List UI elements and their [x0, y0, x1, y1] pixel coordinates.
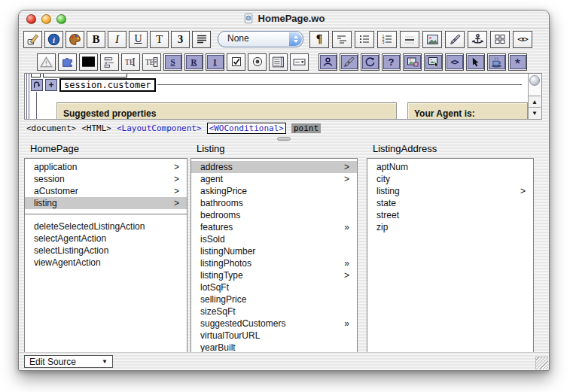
zoom-button[interactable] [56, 14, 66, 24]
text-button[interactable]: T [150, 31, 169, 48]
list-item[interactable]: zip [367, 221, 533, 233]
list-item[interactable]: yearBuilt [191, 342, 357, 353]
wo-conditional-button[interactable]: ? [382, 53, 401, 71]
italic-button[interactable]: I [108, 31, 126, 48]
warning-button[interactable] [37, 53, 56, 71]
numbered-list-button[interactable]: 123 [377, 31, 397, 48]
conditional-element-icon[interactable] [31, 79, 43, 91]
list-item[interactable]: listing> [25, 197, 187, 209]
minimize-button[interactable] [41, 14, 51, 24]
bottom-bar: Edit Source ▼ [19, 352, 549, 370]
list-item[interactable]: isSold [191, 233, 357, 245]
editor-vertical-scrollbar[interactable]: ▲ ▼ [528, 74, 541, 119]
wo-java-button[interactable] [487, 53, 506, 71]
wo-custom-button[interactable]: * [508, 53, 527, 71]
definition-list-button[interactable] [332, 31, 352, 48]
list-item[interactable]: virtualTourURL [191, 330, 357, 342]
image-button[interactable] [422, 31, 442, 48]
path-item[interactable]: <document> [26, 123, 76, 133]
alignment-button[interactable] [192, 31, 211, 48]
close-button[interactable] [26, 14, 36, 24]
list-item[interactable]: deleteSelectedListingAction [25, 220, 187, 232]
list-item[interactable]: agent> [191, 173, 357, 185]
anchor-button[interactable] [468, 31, 487, 48]
wo-hyperlink-button[interactable] [340, 53, 358, 71]
popup-menu-button[interactable] [290, 53, 309, 71]
inspector-button[interactable] [23, 31, 42, 48]
browser-list-button[interactable] [269, 53, 288, 71]
path-item[interactable]: <HTML> [81, 123, 111, 133]
component-layout-editor[interactable]: + session.customer Suggested properties … [24, 73, 542, 120]
wo-repetition-button[interactable] [361, 53, 379, 71]
wo-action-button[interactable] [466, 53, 485, 71]
submit-button-button[interactable]: S [163, 53, 182, 71]
list-item[interactable]: aptNum [367, 161, 533, 173]
list-item[interactable]: lotSqFt [191, 281, 357, 293]
browser-column: application>session>aCustomer>listing>de… [24, 158, 187, 353]
text-area-button[interactable]: TE [142, 53, 161, 71]
item-label: address [200, 162, 233, 172]
path-item[interactable]: <LayoutComponent> [117, 123, 202, 133]
hyperlink-button[interactable] [445, 31, 465, 48]
image-badge-icon [404, 55, 421, 69]
list-item[interactable]: askingPrice [191, 185, 357, 197]
pane-splitter[interactable] [19, 136, 549, 141]
heading-button[interactable]: 3 [171, 31, 190, 48]
list-item[interactable]: aCustomer> [25, 185, 187, 197]
wo-image-button[interactable] [403, 53, 422, 71]
path-item[interactable]: point [291, 123, 321, 133]
wo-active-image-button[interactable] [424, 53, 443, 71]
bold-button[interactable]: B [87, 31, 105, 48]
info-button[interactable]: i [44, 31, 63, 48]
table-cell-your-agent[interactable]: Your Agent is: [407, 102, 528, 120]
condition-binding-box[interactable]: session.customer [59, 78, 156, 92]
list-item[interactable]: application> [25, 161, 187, 173]
bulleted-list-button[interactable] [355, 31, 374, 48]
list-item[interactable]: state [367, 197, 533, 209]
scrollbar-thumb[interactable] [529, 75, 540, 86]
input-button-button[interactable]: I [206, 53, 224, 71]
edit-source-popup[interactable]: Edit Source ▼ [24, 355, 113, 368]
add-binding-button[interactable]: + [45, 79, 57, 91]
list-item[interactable]: listingNumber [191, 245, 357, 257]
list-item[interactable]: selectAgentAction [25, 232, 187, 245]
list-item[interactable]: address> [191, 161, 357, 173]
form-button[interactable] [100, 53, 119, 71]
text-field-button[interactable]: TE [121, 53, 140, 71]
checkbox-button[interactable] [227, 53, 245, 71]
swatch-button[interactable] [79, 53, 98, 71]
horizontal-rule-button[interactable] [400, 31, 419, 48]
wo-string-button[interactable] [319, 53, 337, 71]
list-item[interactable]: sizeSqFt [191, 305, 357, 318]
list-item[interactable]: features» [191, 221, 357, 233]
paragraph-style-popup[interactable]: None [218, 31, 303, 47]
path-item[interactable]: <WOConditional> [207, 123, 286, 134]
list-item[interactable]: session> [25, 173, 187, 185]
title-bar[interactable]: HomePage.wo [19, 11, 549, 29]
frames-button[interactable] [490, 31, 510, 48]
resize-grip[interactable] [535, 357, 548, 369]
component-button[interactable] [58, 53, 77, 71]
scroll-down-button[interactable]: ▼ [529, 107, 541, 119]
underline-button[interactable]: U [129, 31, 148, 48]
list-item[interactable]: sellingPrice [191, 293, 357, 305]
list-item[interactable]: listingType> [191, 269, 357, 281]
reset-button-button[interactable]: R [184, 53, 203, 71]
table-cell-suggested-properties[interactable]: Suggested properties [56, 102, 397, 120]
paragraph-button[interactable]: ¶ [309, 31, 329, 48]
svg-text:i: i [53, 35, 55, 44]
radio-button-button[interactable] [248, 53, 267, 71]
list-item[interactable]: suggestedCustomers» [191, 318, 357, 330]
list-item[interactable]: city [367, 173, 533, 185]
scroll-up-button[interactable]: ▲ [529, 96, 541, 108]
colors-button[interactable] [66, 31, 84, 48]
wo-generic-button[interactable]: <> [445, 53, 464, 71]
custom-tag-button[interactable]: <x> [513, 31, 532, 48]
list-item[interactable]: bedrooms [191, 209, 357, 221]
list-item[interactable]: bathrooms [191, 197, 357, 209]
list-item[interactable]: selectListingAction [25, 245, 187, 257]
list-item[interactable]: viewAgentAction [25, 257, 187, 269]
list-item[interactable]: street [367, 209, 533, 221]
list-item[interactable]: listingPhotos» [191, 257, 357, 269]
list-item[interactable]: listing> [367, 185, 533, 197]
